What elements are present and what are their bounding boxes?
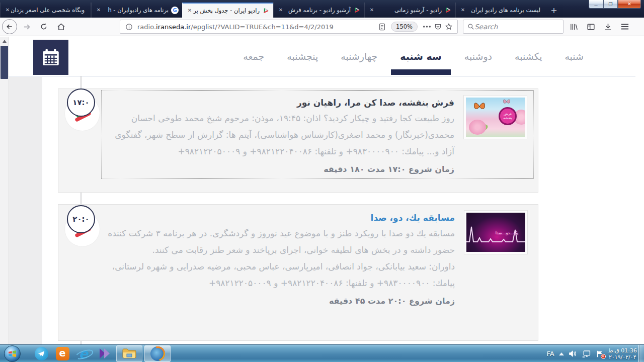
hidden-icons-arrow[interactable]: [559, 352, 564, 355]
weekday-header: شنبه یکشنبه دوشنبه سه شنبه چهارشنبه پنجش…: [0, 37, 635, 77]
tab-close-icon[interactable]: [459, 7, 466, 14]
taskbar-telegram-icon[interactable]: [31, 345, 52, 362]
program-inner: فرش بنفشه فرش بنفشه، صدا کن مرا، راهیان …: [101, 90, 534, 178]
language-indicator[interactable]: FA: [546, 350, 554, 357]
tab-close-icon[interactable]: [277, 7, 284, 14]
tab-close-icon[interactable]: [95, 7, 102, 14]
navigation-toolbar: radio.iranseda.ir/epglist/?VALID=TRUE&ch…: [0, 18, 644, 36]
timeline-strip: [9, 77, 42, 344]
folder-icon: [122, 348, 136, 359]
program-description: روز طبیعت کجا رفتید و چیکار کردید؟ اذان:…: [108, 110, 454, 160]
butterfly-icon: [503, 99, 511, 105]
google-favicon-icon: [171, 7, 179, 14]
action-center-flag-icon[interactable]: ✕: [596, 350, 604, 358]
weekday-nav: شنبه یکشنبه دوشنبه سه شنبه چهارشنبه پنجش…: [243, 51, 584, 62]
tab-close-icon[interactable]: [4, 7, 11, 14]
tab-radio-iran-schedule[interactable]: رادیو ایران - جدول پخش بر: [182, 3, 273, 18]
weekday-tuesday-active[interactable]: سه شنبه: [400, 51, 442, 62]
iranseda-favicon-icon: [353, 7, 361, 14]
time-badge-label: ۱۷:۰: [72, 98, 89, 107]
window-controls: [589, 0, 641, 9]
page-content: شنبه یکشنبه دوشنبه سه شنبه چهارشنبه پنجش…: [0, 37, 644, 344]
flower-decoration: [469, 120, 486, 135]
tab-title: آرشیو رادیو - برنامه فرش: [284, 7, 353, 14]
reload-button[interactable]: [36, 19, 51, 34]
taskbar-kmplayer-icon[interactable]: [94, 345, 115, 362]
tab-personal-site[interactable]: وبگاه شخصی علی اصغر یزدان: [0, 3, 91, 18]
show-desktop-button[interactable]: [638, 345, 644, 362]
butterfly-icon: [473, 102, 486, 112]
forward-button[interactable]: [19, 19, 34, 34]
network-icon[interactable]: [582, 350, 591, 358]
tab-close-icon[interactable]: [368, 7, 375, 14]
program-title[interactable]: مسابقه يك، دو، صدا: [107, 210, 455, 225]
close-window-button[interactable]: [618, 0, 641, 9]
program-thumbnail[interactable]: یک...دو...صدا: [464, 210, 528, 254]
bookmark-star-icon[interactable]: [443, 21, 454, 32]
program-card-mosabeghe[interactable]: یک...دو...صدا مسابقه يك، دو، صدا مسابقه …: [58, 204, 538, 341]
pocket-icon[interactable]: [432, 21, 443, 32]
zoom-level-button[interactable]: 150%: [391, 22, 418, 32]
tab-archive-program[interactable]: آرشیو رادیو - برنامه فرش: [273, 3, 364, 18]
tab-title: وبگاه شخصی علی اصغر یزدان: [11, 7, 87, 14]
tab-bar: وبگاه شخصی علی اصغر یزدان برنامه های راد…: [0, 0, 644, 18]
weekday-thursday[interactable]: پنجشنبه: [287, 51, 318, 62]
sidebar-icon[interactable]: [587, 23, 595, 31]
program-title[interactable]: فرش بنفشه، صدا کن مرا، راهیان نور: [108, 95, 454, 110]
back-arrow-icon: [2, 19, 17, 34]
clock-date: ۲۰۱۹/۰۲/۰۴: [608, 354, 637, 360]
volume-icon[interactable]: [569, 350, 577, 357]
tab-program-list[interactable]: لیست برنامه های رادیو ایران: [455, 3, 546, 18]
tab-google-search[interactable]: برنامه های رادیوایران - h: [91, 3, 182, 18]
url-bar[interactable]: radio.iranseda.ir/epglist/?VALID=TRUE&ch…: [120, 20, 458, 34]
windows-taskbar: FA ✕ 01:36 ق.ظ ۲۰۱۹/۰۲/۰۴: [0, 344, 644, 362]
tab-title: رادیو ایران - جدول پخش بر: [193, 7, 262, 14]
weekday-friday[interactable]: جمعه: [243, 51, 264, 62]
search-icon: [467, 23, 474, 30]
weekday-wednesday[interactable]: چهارشنبه: [341, 51, 377, 62]
library-icon[interactable]: [570, 23, 578, 31]
program-schedule-info: زمان شروع ۲۰:۰ مدت ۴۵ دقیقه: [107, 296, 455, 306]
home-button[interactable]: [53, 19, 68, 34]
start-button[interactable]: [4, 345, 21, 362]
scroll-up-arrow[interactable]: [1, 38, 8, 44]
download-icon[interactable]: [604, 23, 612, 31]
maximize-button[interactable]: [603, 0, 618, 9]
tab-title: برنامه های رادیوایران - h: [102, 7, 171, 14]
menu-hamburger-icon[interactable]: [621, 23, 629, 30]
calendar-icon: [33, 40, 68, 75]
weekday-saturday[interactable]: شنبه: [565, 51, 584, 62]
scrollbar-thumb[interactable]: [1, 46, 8, 79]
new-tab-button[interactable]: [546, 3, 561, 18]
home-icon: [57, 23, 65, 31]
page-actions-icon[interactable]: [421, 21, 432, 32]
tab-close-icon[interactable]: [186, 7, 193, 14]
search-input[interactable]: [474, 23, 559, 31]
reader-mode-icon[interactable]: [376, 21, 387, 32]
iranseda-favicon-icon: [444, 7, 452, 14]
time-badge-20: ۲۰:۰: [67, 205, 95, 233]
page-scrollbar[interactable]: [0, 37, 9, 344]
reload-icon: [40, 23, 48, 31]
taskbar-eitaa-icon[interactable]: [52, 345, 73, 362]
weekday-sunday[interactable]: یکشنبه: [515, 51, 542, 62]
minimize-button[interactable]: [589, 0, 603, 9]
tab-time-archive[interactable]: رادیو - آرشیو زمانی: [364, 3, 455, 18]
image-caption: یک...دو...صدا: [496, 231, 518, 235]
clock[interactable]: 01:36 ق.ظ ۲۰۱۹/۰۲/۰۴: [608, 347, 637, 360]
search-bar[interactable]: [463, 20, 564, 34]
taskbar-firefox-button[interactable]: [144, 345, 171, 362]
tab-title: لیست برنامه های رادیو ایران: [466, 7, 543, 14]
alert-badge: ✕: [601, 354, 606, 359]
url-text: radio.iranseda.ir/epglist/?VALID=TRUE&ch…: [134, 23, 376, 31]
back-button[interactable]: [2, 19, 17, 34]
program-card-farsh-banafsheh[interactable]: فرش بنفشه فرش بنفشه، صدا کن مرا، راهیان …: [58, 88, 538, 193]
taskbar-internet-explorer-icon[interactable]: [73, 345, 94, 362]
weekday-monday[interactable]: دوشنبه: [464, 51, 492, 62]
forward-arrow-icon: [23, 23, 31, 31]
site-info-icon[interactable]: [123, 21, 134, 32]
program-description: مسابقه يك دو صدا با رویكرد طنز و با موضو…: [107, 225, 455, 258]
program-thumbnail[interactable]: فرش بنفشه: [463, 95, 527, 139]
firefox-icon: [150, 346, 165, 361]
taskbar-explorer-button[interactable]: [116, 345, 142, 362]
